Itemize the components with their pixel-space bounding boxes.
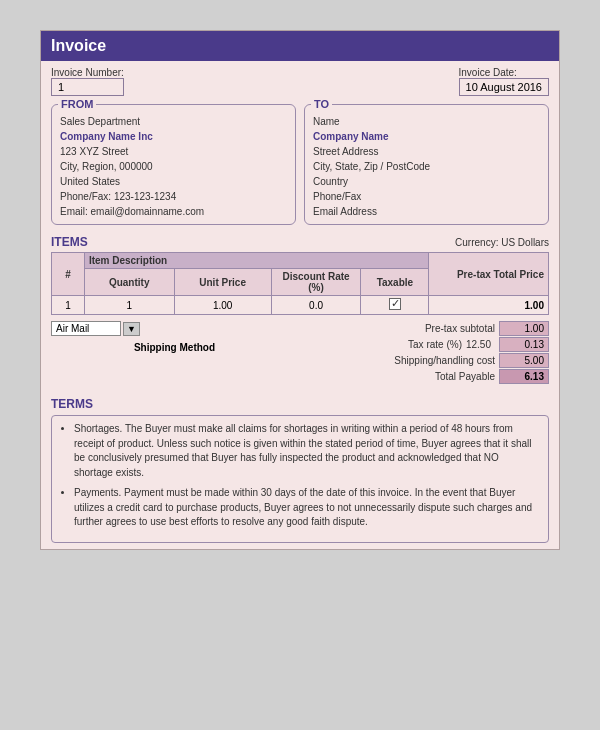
- from-company: Company Name Inc: [60, 129, 287, 144]
- shipping-method-area: Air Mail ▼ Shipping Method: [51, 321, 298, 353]
- terms-box: Shortages. The Buyer must make all claim…: [51, 415, 549, 543]
- col-price-header: Unit Price: [174, 269, 271, 296]
- invoice-date-value: 10 August 2016: [459, 78, 549, 96]
- invoice-date-group: Invoice Date: 10 August 2016: [459, 67, 549, 96]
- from-label: FROM: [58, 98, 96, 110]
- row-qty: 1: [84, 296, 174, 315]
- taxrate-num: 12.50: [462, 339, 495, 350]
- list-item: Payments. Payment must be made within 30…: [74, 486, 540, 530]
- items-header-row: ITEMS Currency: US Dollars: [51, 235, 549, 249]
- invoice-document: Invoice Invoice Number: 1 Invoice Date: …: [40, 30, 560, 550]
- select-arrow-icon[interactable]: ▼: [123, 322, 140, 336]
- col-hash-header: #: [52, 253, 85, 296]
- from-line3: 123 XYZ Street: [60, 144, 287, 159]
- row-taxable: [361, 296, 429, 315]
- row-total: 1.00: [429, 296, 549, 315]
- pretax-row: Pre-tax subtotal 1.00: [302, 321, 549, 336]
- from-line7: Email: email@domainname.com: [60, 204, 287, 219]
- col-total-header: Pre-tax Total Price: [429, 253, 549, 296]
- invoice-number-label: Invoice Number:: [51, 67, 124, 78]
- total-value: 6.13: [499, 369, 549, 384]
- invoice-header: Invoice: [41, 31, 559, 61]
- items-section: ITEMS Currency: US Dollars # Item Descri…: [41, 231, 559, 319]
- from-line4: City, Region, 000000: [60, 159, 287, 174]
- list-item: Shortages. The Buyer must make all claim…: [74, 422, 540, 480]
- invoice-title: Invoice: [51, 37, 106, 54]
- to-address: Name Company Name Street Address City, S…: [313, 114, 540, 219]
- items-title: ITEMS: [51, 235, 88, 249]
- col-description-header: Item Description: [84, 253, 429, 269]
- col-taxable-header: Taxable: [361, 269, 429, 296]
- taxrate-label: Tax rate (%) 12.50: [369, 339, 499, 350]
- shipping-cost-label: Shipping/handling cost: [369, 355, 499, 366]
- total-label: Total Payable: [369, 371, 499, 382]
- to-line6: Phone/Fax: [313, 189, 540, 204]
- from-box: FROM Sales Department Company Name Inc 1…: [51, 104, 296, 225]
- invoice-meta-row: Invoice Number: 1 Invoice Date: 10 Augus…: [41, 61, 559, 100]
- pretax-label: Pre-tax subtotal: [369, 323, 499, 334]
- to-line1: Name: [313, 114, 540, 129]
- invoice-date-label: Invoice Date:: [459, 67, 549, 78]
- to-line4: City, State, Zip / PostCode: [313, 159, 540, 174]
- shipping-cost-value: 5.00: [499, 353, 549, 368]
- pretax-value: 1.00: [499, 321, 549, 336]
- shipping-method-label: Shipping Method: [51, 342, 298, 353]
- summary-table: Pre-tax subtotal 1.00 Tax rate (%) 12.50…: [302, 321, 549, 385]
- to-line3: Street Address: [313, 144, 540, 159]
- table-row: 1 1 1.00 0.0 1.00: [52, 296, 549, 315]
- taxrate-amount: 0.13: [499, 337, 549, 352]
- to-label: TO: [311, 98, 332, 110]
- invoice-number-group: Invoice Number: 1: [51, 67, 124, 96]
- from-line1: Sales Department: [60, 114, 287, 129]
- to-box: TO Name Company Name Street Address City…: [304, 104, 549, 225]
- total-row: Total Payable 6.13: [302, 369, 549, 384]
- invoice-number-value: 1: [51, 78, 124, 96]
- row-price: 1.00: [174, 296, 271, 315]
- from-to-section: FROM Sales Department Company Name Inc 1…: [41, 100, 559, 231]
- shipping-summary-row: Air Mail ▼ Shipping Method Pre-tax subto…: [41, 319, 559, 387]
- taxrate-row: Tax rate (%) 12.50 0.13: [302, 337, 549, 352]
- terms-list: Shortages. The Buyer must make all claim…: [60, 422, 540, 530]
- shipping-cost-row: Shipping/handling cost 5.00: [302, 353, 549, 368]
- from-line5: United States: [60, 174, 287, 189]
- row-discount: 0.0: [271, 296, 361, 315]
- items-table: # Item Description Pre-tax Total Price Q…: [51, 252, 549, 315]
- to-line7: Email Address: [313, 204, 540, 219]
- from-line6: Phone/Fax: 123-123-1234: [60, 189, 287, 204]
- shipping-select-area: Air Mail ▼: [51, 321, 140, 336]
- terms-title: TERMS: [51, 397, 549, 411]
- terms-section: TERMS Shortages. The Buyer must make all…: [41, 391, 559, 549]
- currency-label: Currency: US Dollars: [455, 237, 549, 248]
- taxable-checkbox[interactable]: [389, 298, 401, 310]
- col-discount-header: Discount Rate (%): [271, 269, 361, 296]
- row-num: 1: [52, 296, 85, 315]
- to-company: Company Name: [313, 129, 540, 144]
- to-line5: Country: [313, 174, 540, 189]
- col-qty-header: Quantity: [84, 269, 174, 296]
- currency-value: US Dollars: [501, 237, 549, 248]
- from-address: Sales Department Company Name Inc 123 XY…: [60, 114, 287, 219]
- shipping-select[interactable]: Air Mail: [51, 321, 121, 336]
